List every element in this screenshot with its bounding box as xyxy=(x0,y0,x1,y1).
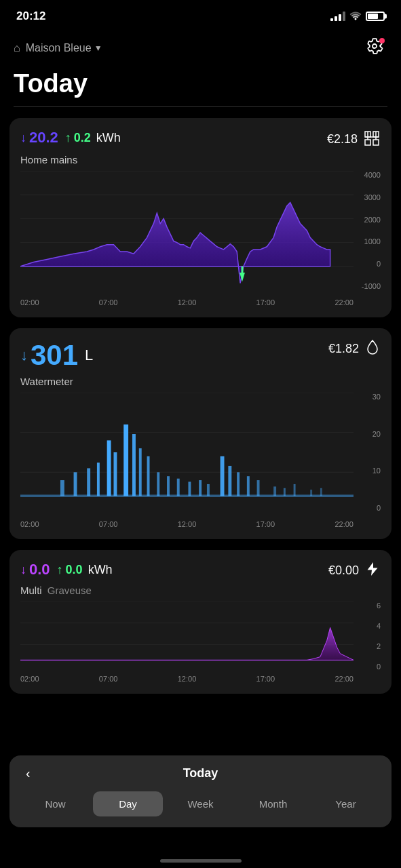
svg-rect-34 xyxy=(188,481,191,496)
svg-rect-35 xyxy=(199,480,202,496)
status-icons xyxy=(330,11,385,22)
chart-svg-area xyxy=(20,601,354,667)
home-mains-chart: 4000 3000 2000 1000 0 -1000 02:00 07:00 … xyxy=(20,171,381,307)
stat-water-unit: L xyxy=(85,347,93,364)
chart-y-labels: 30 20 10 0 xyxy=(373,393,381,512)
svg-rect-30 xyxy=(147,456,150,496)
divider xyxy=(14,106,387,107)
tab-now[interactable]: Now xyxy=(20,791,90,816)
multi-chart: 6 4 2 0 02:00 07:00 12:00 17:00 22:00 xyxy=(20,601,381,683)
card-label: Home mains xyxy=(20,154,381,165)
svg-marker-12 xyxy=(20,203,330,283)
settings-button[interactable] xyxy=(362,35,387,61)
svg-rect-3 xyxy=(373,140,379,145)
card-header: ↓ 0.0 ↑ 0.0 kWh €0.00 xyxy=(20,561,381,580)
arrow-up-icon: ↑ xyxy=(57,563,63,577)
lightning-icon xyxy=(364,561,381,580)
card-header: ↓ 20.2 ↑ 0.2 kWh €2.18 xyxy=(20,129,381,150)
arrow-up-icon: ↑ xyxy=(65,131,71,145)
card-label-sub: Graveuse xyxy=(47,585,92,596)
chart-x-labels: 02:00 07:00 12:00 17:00 22:00 xyxy=(20,520,354,528)
time-range-picker: ‹ Today Now Day Week Month Year xyxy=(9,755,392,827)
chart-x-labels: 02:00 07:00 12:00 17:00 22:00 xyxy=(20,675,354,683)
popup-back-button[interactable]: ‹ xyxy=(20,763,36,784)
location-selector[interactable]: ⌂ Maison Bleue ▼ xyxy=(14,42,102,54)
svg-rect-40 xyxy=(247,476,250,496)
svg-rect-45 xyxy=(310,490,312,496)
water-drop-icon xyxy=(364,339,381,359)
popup-header: ‹ Today xyxy=(20,766,381,781)
location-name: Maison Bleue ▼ xyxy=(26,42,102,54)
watermeter-chart: 30 20 10 0 02:00 07:00 12:00 17:00 22:00 xyxy=(20,393,381,528)
home-indicator xyxy=(160,859,242,863)
svg-rect-28 xyxy=(132,434,136,496)
popup-title: Today xyxy=(183,766,218,781)
chart-svg-area xyxy=(20,393,354,512)
card-cost: €2.18 xyxy=(327,129,381,150)
svg-rect-23 xyxy=(87,468,90,496)
svg-rect-22 xyxy=(74,472,77,496)
chevron-down-icon: ▼ xyxy=(94,43,102,53)
app-header: ⌂ Maison Bleue ▼ xyxy=(0,30,401,64)
arrow-down-icon: ↓ xyxy=(20,347,28,364)
stat-down-value: 20.2 xyxy=(29,129,58,146)
chart-x-labels: 02:00 07:00 12:00 17:00 22:00 xyxy=(20,298,354,307)
grid-icon xyxy=(363,129,381,150)
page-title: Today xyxy=(0,64,401,106)
arrow-down-icon: ↓ xyxy=(20,131,26,145)
svg-rect-36 xyxy=(207,484,210,496)
svg-rect-38 xyxy=(228,466,231,496)
svg-rect-43 xyxy=(284,488,286,496)
svg-rect-26 xyxy=(113,452,117,496)
svg-rect-41 xyxy=(257,480,260,496)
svg-rect-42 xyxy=(273,486,276,496)
stat-unit: kWh xyxy=(96,131,121,145)
home-mains-card: ↓ 20.2 ↑ 0.2 kWh €2.18 Home mains xyxy=(9,118,392,317)
chart-y-labels: 6 4 2 0 xyxy=(377,601,381,671)
status-bar: 20:12 xyxy=(0,0,401,30)
card-stats: ↓ 20.2 ↑ 0.2 kWh xyxy=(20,129,121,146)
multi-card: ↓ 0.0 ↑ 0.0 kWh €0.00 Multi Graveuse xyxy=(9,550,392,694)
stat-down-value: 0.0 xyxy=(29,561,50,578)
battery-icon xyxy=(366,12,385,21)
svg-rect-31 xyxy=(157,472,159,496)
card-stats: ↓ 301 L xyxy=(20,339,93,372)
svg-rect-44 xyxy=(294,484,296,496)
popup-tabs: Now Day Week Month Year xyxy=(20,791,381,816)
arrow-down-icon: ↓ xyxy=(20,563,26,577)
cost-value: €0.00 xyxy=(328,564,359,578)
card-label: Watermeter xyxy=(20,376,381,387)
card-stats: ↓ 0.0 ↑ 0.0 kWh xyxy=(20,561,113,578)
svg-rect-46 xyxy=(320,488,322,496)
stat-up-value: 0.0 xyxy=(66,563,83,577)
watermeter-card: ↓ 301 L €1.82 Watermeter xyxy=(9,328,392,539)
svg-rect-33 xyxy=(177,479,180,496)
svg-rect-24 xyxy=(97,462,100,496)
tab-year[interactable]: Year xyxy=(311,791,381,816)
card-cost: €1.82 xyxy=(328,339,381,359)
svg-rect-29 xyxy=(139,448,142,496)
stat-unit: kWh xyxy=(88,563,113,577)
tab-day[interactable]: Day xyxy=(93,791,163,816)
card-header: ↓ 301 L €1.82 xyxy=(20,339,381,372)
chart-svg-area xyxy=(20,171,354,290)
svg-rect-32 xyxy=(167,476,170,496)
cost-value: €2.18 xyxy=(327,132,358,146)
svg-marker-52 xyxy=(20,627,354,660)
svg-rect-27 xyxy=(123,425,128,496)
svg-rect-2 xyxy=(365,140,370,145)
stat-up-value: 0.2 xyxy=(74,131,91,145)
wifi-icon xyxy=(349,11,362,22)
svg-rect-25 xyxy=(107,440,111,496)
signal-bars-icon xyxy=(330,12,345,21)
status-time: 20:12 xyxy=(16,9,45,23)
settings-notification-dot xyxy=(379,38,385,43)
tab-week[interactable]: Week xyxy=(166,791,235,816)
cost-value: €1.82 xyxy=(328,342,359,356)
svg-rect-21 xyxy=(60,480,64,496)
tab-month[interactable]: Month xyxy=(238,791,308,816)
chart-y-labels: 4000 3000 2000 1000 0 -1000 xyxy=(362,171,381,290)
svg-rect-39 xyxy=(237,472,240,496)
card-label: Multi Graveuse xyxy=(20,585,381,596)
svg-rect-37 xyxy=(221,456,225,496)
